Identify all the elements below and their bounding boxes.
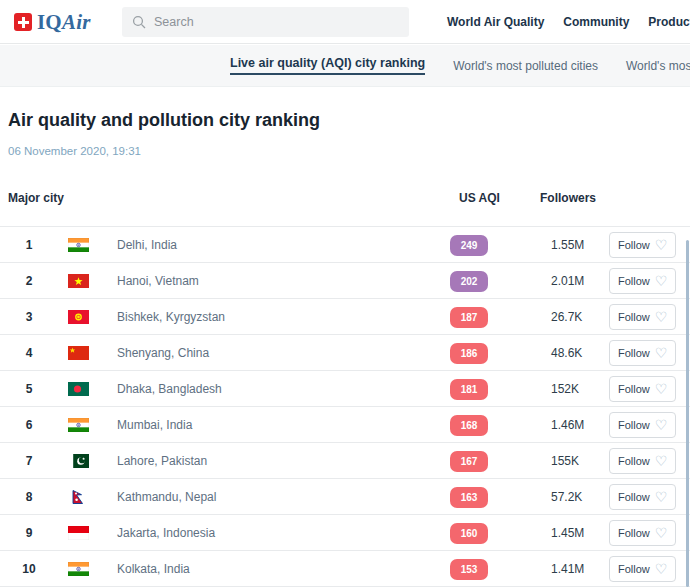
follow-button[interactable]: Follow ♡ [609,340,676,366]
city-link[interactable]: Lahore, Pakistan [117,454,207,468]
follow-button[interactable]: Follow ♡ [609,520,676,546]
heart-icon: ♡ [655,454,668,468]
table-row: 10 Kolkata, India 153 1.41M Follow ♡ [0,551,690,587]
follow-button-label: Follow [618,527,650,539]
follow-button[interactable]: Follow ♡ [609,376,676,402]
vertical-scrollbar-thumb[interactable] [686,240,689,587]
city-link[interactable]: Bishkek, Kyrgyzstan [117,310,225,324]
country-flag-icon [68,490,89,504]
nav-item[interactable]: Community [563,15,629,29]
follow-button[interactable]: Follow ♡ [609,268,676,294]
aqi-badge: 202 [450,271,488,292]
heart-icon: ♡ [655,418,668,432]
rank-cell: 6 [8,418,50,432]
search-input[interactable] [154,15,399,29]
city-link[interactable]: Delhi, India [117,238,177,252]
brand-text: IQAir [37,10,91,35]
search-icon [132,15,146,29]
city-link[interactable]: Hanoi, Vietnam [117,274,199,288]
city-link[interactable]: Shenyang, China [117,346,209,360]
country-flag-icon [68,454,89,468]
country-flag-icon [68,526,89,540]
country-flag-icon [68,274,89,288]
followers-cell: 26.7K [551,310,582,324]
column-header-followers[interactable]: Followers [540,191,596,205]
follow-button[interactable]: Follow ♡ [609,304,676,330]
aqi-badge: 167 [450,451,488,472]
nav-item[interactable]: World Air Quality [447,15,544,29]
city-link[interactable]: Kolkata, India [117,562,190,576]
aqi-badge: 168 [450,415,488,436]
iqair-logo[interactable]: IQAir [14,0,91,44]
followers-cell: 1.46M [551,418,584,432]
country-flag-icon [68,310,89,324]
table-row: 8 Kathmandu, Nepal 163 57.2K Follow ♡ [0,479,690,515]
main-nav: World Air QualityCommunityProductsSoluti… [447,0,690,44]
rank-cell: 5 [8,382,50,396]
country-flag-icon [68,562,89,576]
heart-icon: ♡ [655,562,668,576]
follow-button[interactable]: Follow ♡ [609,412,676,438]
aqi-badge: 160 [450,523,488,544]
table-row: 3 Bishkek, Kyrgyzstan 187 26.7K Follow ♡ [0,299,690,335]
subnav-item[interactable]: World's most polluted countries [626,59,690,73]
follow-button-label: Follow [618,347,650,359]
heart-icon: ♡ [655,526,668,540]
follow-button-label: Follow [618,275,650,287]
table-row: 2 Hanoi, Vietnam 202 2.01M Follow ♡ [0,263,690,299]
column-header-major-city[interactable]: Major city [8,191,64,205]
table-row: 6 Mumbai, India 168 1.46M Follow ♡ [0,407,690,443]
heart-icon: ♡ [655,310,668,324]
follow-button-label: Follow [618,419,650,431]
follow-button-label: Follow [618,239,650,251]
country-flag-icon [68,238,89,252]
page-title: Air quality and pollution city ranking [8,110,320,131]
heart-icon: ♡ [655,346,668,360]
followers-cell: 155K [551,454,579,468]
rank-cell: 10 [8,562,50,576]
rank-cell: 4 [8,346,50,360]
followers-cell: 1.45M [551,526,584,540]
table-row: 5 Dhaka, Bangladesh 181 152K Follow ♡ [0,371,690,407]
follow-button[interactable]: Follow ♡ [609,556,676,582]
follow-button[interactable]: Follow ♡ [609,484,676,510]
city-link[interactable]: Dhaka, Bangladesh [117,382,222,396]
rank-cell: 1 [8,238,50,252]
nav-item[interactable]: Products [648,15,690,29]
aqi-badge: 181 [450,379,488,400]
rank-cell: 9 [8,526,50,540]
city-link[interactable]: Mumbai, India [117,418,192,432]
city-ranking-table: 1 Delhi, India 249 1.55M Follow ♡ 2 Hano… [0,226,690,587]
followers-cell: 57.2K [551,490,582,504]
aqi-badge: 186 [450,343,488,364]
heart-icon: ♡ [655,274,668,288]
city-link[interactable]: Kathmandu, Nepal [117,490,216,504]
rank-cell: 3 [8,310,50,324]
table-row: 7 Lahore, Pakistan 167 155K Follow ♡ [0,443,690,479]
follow-button-label: Follow [618,311,650,323]
top-header: IQAir World Air QualityCommunityProducts… [0,0,690,44]
followers-cell: 1.55M [551,238,584,252]
follow-button-label: Follow [618,563,650,575]
city-link[interactable]: Jakarta, Indonesia [117,526,215,540]
followers-cell: 2.01M [551,274,584,288]
aqi-badge: 163 [450,487,488,508]
sub-nav: Live air quality (AQI) city rankingWorld… [0,45,690,87]
table-row: 4 Shenyang, China 186 48.6K Follow ♡ [0,335,690,371]
subnav-item[interactable]: World's most polluted cities [453,59,598,73]
followers-cell: 1.41M [551,562,584,576]
rank-cell: 7 [8,454,50,468]
country-flag-icon [68,346,89,360]
follow-button[interactable]: Follow ♡ [609,232,676,258]
subnav-item[interactable]: Live air quality (AQI) city ranking [230,56,425,75]
heart-icon: ♡ [655,382,668,396]
follow-button-label: Follow [618,455,650,467]
column-header-us-aqi[interactable]: US AQI [459,191,500,205]
followers-cell: 48.6K [551,346,582,360]
country-flag-icon [68,418,89,432]
heart-icon: ♡ [655,490,668,504]
follow-button[interactable]: Follow ♡ [609,448,676,474]
follow-button-label: Follow [618,383,650,395]
search-bar[interactable] [122,7,409,37]
page-timestamp: 06 November 2020, 19:31 [8,145,141,157]
